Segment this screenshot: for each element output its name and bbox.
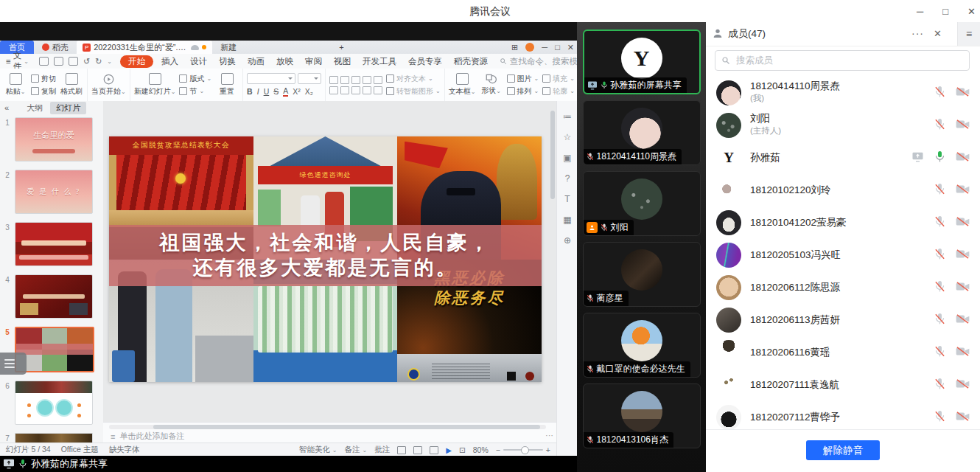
smart-graphic-button[interactable]: 转智能图形⌄ [386, 86, 441, 97]
menu-tab-docer-res[interactable]: 稻壳资源 [448, 56, 494, 67]
camera-off-icon[interactable] [956, 184, 970, 195]
slideshow-play-icon[interactable]: ▶ [446, 446, 452, 454]
play-from-current-button[interactable]: 当页开始⌄ [91, 74, 126, 97]
new-doc-icon[interactable] [39, 57, 49, 66]
font-color-button[interactable]: A [283, 86, 288, 97]
italic-button[interactable]: I [257, 87, 259, 96]
slide-thumbnail-4[interactable]: 4 [0, 274, 103, 319]
current-slide[interactable]: 全国脱贫攻坚总结表彰大会 绿色通道咨询处 [109, 136, 542, 382]
font-size-select[interactable] [298, 73, 321, 84]
rail-settings-icon[interactable]: ≔ [563, 111, 572, 122]
comments-button[interactable]: 批注 [374, 445, 390, 455]
print-preview-icon[interactable] [69, 57, 78, 66]
mic-muted-icon[interactable] [934, 248, 945, 260]
rail-text-icon[interactable]: T [564, 194, 570, 204]
sorter-view-icon[interactable] [413, 446, 422, 454]
copy-button[interactable]: 复制 [31, 86, 56, 97]
outline-tab[interactable]: 大纲 [27, 103, 43, 114]
camera-off-icon[interactable] [956, 411, 970, 422]
normal-view-icon[interactable] [397, 446, 406, 454]
undo-icon[interactable]: ↺ [83, 57, 90, 66]
mic-muted-icon[interactable] [934, 345, 945, 358]
member-row[interactable]: 18120206116黄瑶 [706, 336, 980, 369]
slides-tab[interactable]: 幻灯片 [50, 102, 86, 114]
unmute-button[interactable]: 解除静音 [806, 440, 880, 460]
member-row-host[interactable]: 刘阳 (主持人) [706, 109, 980, 142]
new-tab-plus-button[interactable]: + [333, 41, 349, 54]
close-icon[interactable]: ✕ [967, 6, 976, 17]
align-text-button[interactable]: 对齐文本⌄ [386, 74, 441, 84]
font-family-select[interactable] [247, 73, 295, 84]
cut-button[interactable]: 剪切 [31, 74, 56, 84]
slide-thumbnail-2[interactable]: 2 爱 是 什 么 ? [0, 170, 103, 214]
menu-tab-member[interactable]: 会员专享 [402, 56, 448, 67]
wps-account-avatar[interactable] [525, 43, 534, 52]
outline-button[interactable]: 轮廓⌄ [542, 86, 575, 97]
menu-tab-design[interactable]: 设计 [184, 56, 213, 67]
video-tile[interactable]: 18120414110周景焘 [583, 100, 701, 165]
member-row[interactable]: 18120414110周景焘 (我) [706, 77, 980, 109]
new-slide-button[interactable]: 新建幻灯片⌄ [134, 73, 176, 97]
rail-object-icon[interactable]: ▣ [563, 153, 571, 163]
notes-more-icon[interactable]: ··· [545, 431, 553, 440]
camera-off-icon[interactable] [956, 313, 970, 324]
arrange-button[interactable]: 排列⌄ [507, 86, 539, 97]
member-row[interactable]: 18120207111袁逸航 [706, 369, 980, 401]
print-icon[interactable] [54, 57, 63, 66]
slide-thumbnail-1[interactable]: 1 生命里的爱 [0, 117, 103, 162]
slide-thumbnail-6[interactable]: 6 [0, 381, 103, 425]
notes-placeholder[interactable]: ≡单击此处添加备注 [111, 431, 184, 442]
camera-off-icon[interactable] [956, 249, 970, 260]
zoom-slider[interactable]: −+ [496, 445, 550, 454]
members-close-icon[interactable]: ✕ [934, 22, 942, 46]
video-tile[interactable]: 蔺彦星 [583, 242, 701, 307]
mic-muted-icon[interactable] [934, 215, 945, 228]
canvas-vertical-scrollbar[interactable] [550, 111, 555, 199]
rail-plugin-icon[interactable]: ⊕ [564, 235, 571, 246]
wps-minimize-icon[interactable]: ─ [542, 43, 547, 52]
shape-button[interactable]: 形状⌄ [480, 74, 503, 96]
camera-off-icon[interactable] [956, 378, 970, 389]
video-tile[interactable]: 18120413106肖杰 [583, 384, 701, 448]
menu-tab-animation[interactable]: 动画 [242, 56, 270, 67]
panel-menu-icon[interactable]: ≡ [957, 22, 980, 46]
menu-tab-slideshow[interactable]: 放映 [270, 56, 299, 67]
wps-document-tab[interactable]: P 20220331生命里的“爱”.pptx [77, 41, 212, 54]
rail-star-icon[interactable]: ☆ [564, 132, 572, 142]
format-painter-button[interactable]: 格式刷 [60, 73, 83, 97]
picture-button[interactable]: 图片⌄ [507, 74, 539, 84]
underline-button[interactable]: U [264, 87, 270, 96]
camera-off-icon[interactable] [956, 119, 970, 130]
annotation-toolbar-handle[interactable] [0, 353, 27, 375]
menu-tab-insert[interactable]: 插入 [155, 56, 184, 67]
mic-muted-icon[interactable] [934, 118, 945, 131]
video-tile-sharer[interactable]: Y 孙雅茹的屏幕共享 [583, 30, 701, 94]
workspace-layout-icon[interactable]: ⊞ [511, 43, 518, 52]
beautify-button[interactable]: 智能美化 ⌄ [299, 445, 337, 455]
quickbar-more-icon[interactable]: ⌄ [107, 58, 112, 65]
member-row[interactable]: 181201041202萤易豪 [706, 206, 980, 239]
menu-tab-review[interactable]: 审阅 [299, 56, 328, 67]
fill-button[interactable]: 填充⌄ [542, 74, 575, 84]
mic-muted-icon[interactable] [934, 183, 945, 195]
video-tile[interactable]: 戴口罩的使命必达先生 [583, 313, 701, 378]
bold-button[interactable]: B [247, 87, 253, 96]
members-more-icon[interactable]: ··· [911, 22, 924, 46]
member-search-input[interactable] [735, 55, 963, 66]
zoom-level[interactable]: 80% [473, 445, 489, 454]
mic-muted-icon[interactable] [934, 378, 945, 390]
superscript-button[interactable]: X² [293, 87, 301, 96]
member-search-box[interactable] [715, 50, 970, 71]
wps-docer-tab[interactable]: 稻壳 [36, 41, 74, 54]
member-row-sharer[interactable]: Y 孙雅茹 [706, 142, 980, 174]
camera-off-icon[interactable] [956, 281, 970, 292]
reset-button[interactable]: 重置 [215, 73, 239, 97]
camera-off-icon[interactable] [956, 86, 970, 97]
mic-muted-icon[interactable] [934, 86, 945, 98]
minimize-icon[interactable]: ─ [917, 6, 923, 17]
section-button[interactable]: 节⌄ [179, 86, 211, 97]
wps-maximize-icon[interactable]: □ [555, 43, 560, 52]
panel-collapse-icon[interactable]: « [4, 103, 9, 112]
member-row[interactable]: 18120206113房茜妍 [706, 304, 980, 336]
maximize-icon[interactable]: □ [942, 6, 948, 17]
